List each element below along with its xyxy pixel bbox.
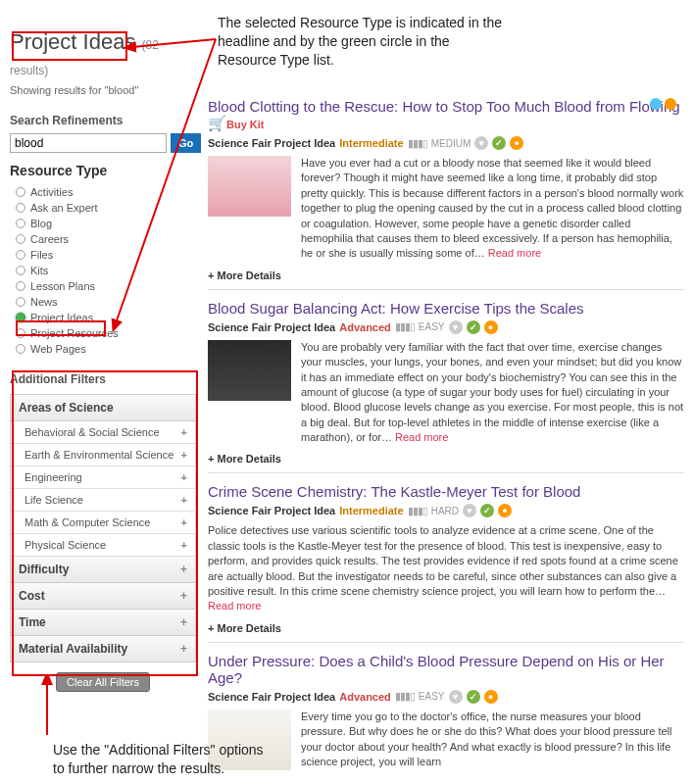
favorite-icon[interactable]: ♥ <box>474 136 488 150</box>
expand-icon: + <box>181 494 187 506</box>
radio-icon <box>16 187 25 197</box>
resource-type-item[interactable]: Careers <box>16 231 196 247</box>
expand-icon: + <box>181 471 187 483</box>
cart-icon: 🛒 <box>208 115 226 131</box>
result-meta: Science Fair Project Idea Intermediate ▮… <box>208 504 684 517</box>
resource-type-label: Files <box>30 249 53 261</box>
difficulty-bars-icon: ▮▮▮▯ <box>408 137 427 150</box>
filter-area-item[interactable]: Physical Science+ <box>11 534 195 557</box>
radio-icon <box>16 203 25 213</box>
read-more-link[interactable]: Read more <box>488 247 541 259</box>
result-description: Police detectives use various scientific… <box>208 523 684 613</box>
share-icon-1[interactable] <box>650 98 662 110</box>
resource-type-label: Kits <box>30 265 48 276</box>
filter-areas-header[interactable]: Areas of Science <box>11 395 195 421</box>
search-refinements-heading: Search Refinements <box>10 114 196 127</box>
filter-group-header[interactable]: Time+ <box>11 610 195 636</box>
resource-type-item[interactable]: Kits <box>16 263 196 278</box>
resource-type-item[interactable]: Web Pages <box>16 341 196 357</box>
radio-icon <box>16 344 25 354</box>
badge-icon: ✓ <box>480 504 494 517</box>
expand-icon: + <box>180 615 187 629</box>
resource-type-label: Lesson Plans <box>30 280 95 292</box>
more-details-toggle[interactable]: + More Details <box>208 453 684 465</box>
result-title[interactable]: Under Pressure: Does a Child's Blood Pre… <box>208 653 684 686</box>
annotation-top: The selected Resource Type is indicated … <box>218 14 620 70</box>
result-title[interactable]: Blood Sugar Balancing Act: How Exercise … <box>208 300 684 317</box>
filter-area-item[interactable]: Math & Computer Science+ <box>11 512 195 534</box>
resource-type-item[interactable]: Project Resources <box>16 325 196 341</box>
result-meta: Science Fair Project Idea Advanced ▮▮▮▯ … <box>208 320 684 334</box>
favorite-icon[interactable]: ♥ <box>449 690 463 704</box>
resource-type-item[interactable]: Project Ideas <box>16 310 196 325</box>
filter-area-item[interactable]: Earth & Environmental Science+ <box>11 444 195 466</box>
filter-area-item[interactable]: Engineering+ <box>11 466 195 489</box>
filter-group-header[interactable]: Material Availability+ <box>11 636 195 662</box>
result-title[interactable]: Blood Clotting to the Rescue: How to Sto… <box>208 98 684 132</box>
resource-type-heading: Resource Type <box>10 163 196 178</box>
badge-icon: ✓ <box>467 320 480 334</box>
radio-icon <box>16 313 25 322</box>
badge-icon: ● <box>510 136 523 150</box>
resource-type-label: Careers <box>30 233 69 245</box>
read-more-link[interactable]: Read more <box>395 431 448 443</box>
radio-icon <box>16 250 25 260</box>
go-button[interactable]: Go <box>171 133 201 153</box>
results-main: Blood Clotting to the Rescue: How to Sto… <box>208 10 684 778</box>
more-details-toggle[interactable]: + More Details <box>208 622 684 634</box>
resource-type-item[interactable]: Blog <box>16 216 196 231</box>
buy-kit-link[interactable]: Buy Kit <box>226 119 265 130</box>
resource-type-label: Ask an Expert <box>30 202 97 214</box>
result-meta: Science Fair Project Idea Advanced ▮▮▮▯ … <box>208 690 684 704</box>
badge-icon: ● <box>484 690 498 704</box>
badge-icon: ✓ <box>467 690 480 704</box>
showing-text: Showing results for "blood" <box>10 84 196 96</box>
filters-panel: Areas of Science Behavioral & Social Sci… <box>10 394 196 662</box>
difficulty-bars-icon: ▮▮▮▯ <box>395 320 415 333</box>
resource-type-label: News <box>30 296 58 308</box>
badge-icon: ● <box>498 504 512 517</box>
expand-icon: + <box>180 589 187 603</box>
favorite-icon[interactable]: ♥ <box>449 320 463 334</box>
clear-filters-button[interactable]: Clear All Filters <box>56 672 150 692</box>
sidebar: Project Ideas (82 results) Showing resul… <box>10 10 196 778</box>
result-item: Blood Clotting to the Rescue: How to Sto… <box>208 88 684 289</box>
filter-group-header[interactable]: Cost+ <box>11 583 195 610</box>
radio-icon <box>16 328 25 338</box>
result-description: Have you ever had a cut or a bloody nose… <box>301 156 684 262</box>
share-icons <box>650 98 676 110</box>
share-icon-2[interactable] <box>665 98 676 110</box>
resource-type-label: Project Ideas <box>30 312 93 323</box>
difficulty-bars-icon: ▮▮▮▯ <box>408 505 427 517</box>
additional-filters-heading: Additional Filters <box>10 372 196 386</box>
resource-type-item[interactable]: Ask an Expert <box>16 200 196 216</box>
result-title[interactable]: Crime Scene Chemistry: The Kastle-Meyer … <box>208 483 684 500</box>
resource-type-item[interactable]: Lesson Plans <box>16 278 196 294</box>
filter-group-header[interactable]: Difficulty+ <box>11 557 195 583</box>
result-thumbnail <box>208 156 291 217</box>
expand-icon: + <box>181 516 187 528</box>
expand-icon: + <box>180 563 187 576</box>
resource-type-label: Activities <box>30 186 73 198</box>
result-thumbnail <box>208 340 291 401</box>
result-item: Blood Sugar Balancing Act: How Exercise … <box>208 289 684 473</box>
favorite-icon[interactable]: ♥ <box>463 504 476 517</box>
filter-area-item[interactable]: Life Science+ <box>11 489 195 512</box>
resource-type-label: Web Pages <box>30 343 86 355</box>
result-description: You are probably very familiar with the … <box>301 340 684 446</box>
resource-type-item[interactable]: Activities <box>16 184 196 200</box>
search-input[interactable] <box>10 133 167 153</box>
result-item: Crime Scene Chemistry: The Kastle-Meyer … <box>208 472 684 641</box>
badge-icon: ✓ <box>492 136 506 150</box>
more-details-toggle[interactable]: + More Details <box>208 270 684 281</box>
result-meta: Science Fair Project Idea Intermediate ▮… <box>208 136 684 150</box>
radio-icon <box>16 234 25 244</box>
resource-type-item[interactable]: News <box>16 294 196 310</box>
result-description: Every time you go to the doctor's office… <box>301 710 684 770</box>
radio-icon <box>16 281 25 291</box>
badge-icon: ● <box>484 320 498 334</box>
resource-type-item[interactable]: Files <box>16 247 196 263</box>
annotation-bottom: Use the "Additional Filters" options to … <box>53 741 264 778</box>
read-more-link[interactable]: Read more <box>208 600 261 612</box>
filter-area-item[interactable]: Behavioral & Social Science+ <box>11 421 195 444</box>
